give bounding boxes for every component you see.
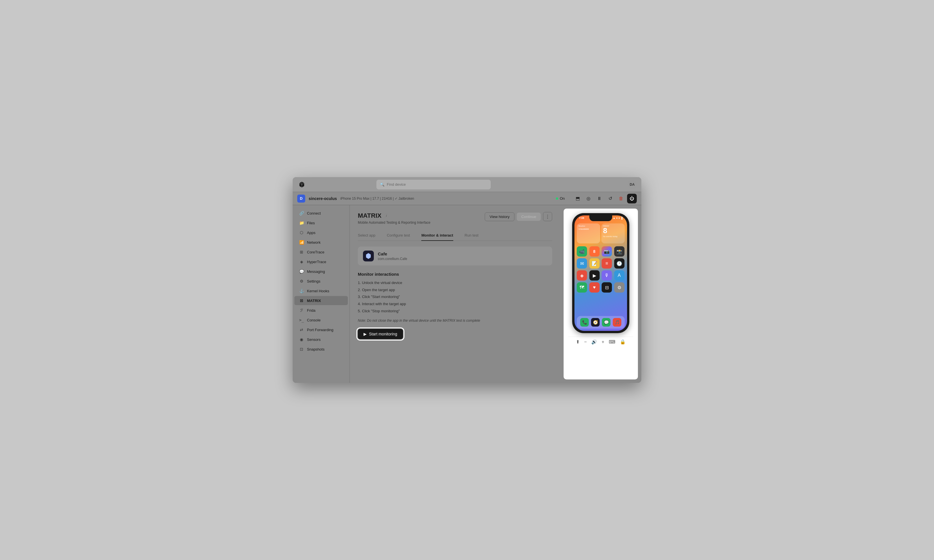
app-notes[interactable]: 📝	[589, 258, 600, 269]
monitor-step-1: 1. Unlock the virtual device	[358, 279, 552, 286]
device-name: sincere-oculus	[309, 196, 337, 201]
app-tv[interactable]: ▶	[589, 270, 600, 281]
monitor-step-4: 4. Interact with the target app	[358, 301, 552, 308]
page-subtitle: Mobile Automated Testing & Reporting Int…	[358, 221, 431, 225]
device-icon: D	[297, 195, 305, 203]
phone-dock: 📞 🧭 💬 🎵	[577, 316, 625, 329]
dock-music[interactable]: 🎵	[613, 318, 621, 326]
frida-icon: ℱ	[299, 308, 304, 312]
pause-icon[interactable]: ⏸	[594, 194, 604, 203]
network-icon: 📶	[299, 240, 304, 245]
step-configure-test[interactable]: Configure test	[387, 230, 410, 241]
console-icon: >_	[299, 318, 304, 322]
continue-button: Continue	[517, 212, 541, 221]
sensors-icon: ◉	[299, 337, 304, 342]
play-icon: ▶	[363, 332, 367, 336]
search-bar[interactable]: 🔍 Find device	[376, 180, 491, 189]
app-podcasts[interactable]: 🎙	[602, 270, 612, 281]
volume-icon[interactable]: 🔊	[591, 339, 597, 345]
phone-notch	[589, 215, 612, 221]
phone-screen: 7:08 ▲ ● ● ▐ Weather Unavailable FRIDAY …	[574, 215, 627, 331]
app-grid: 📹 8 📷 📸 ✉ 📝 ≡ 🕐 ◈ ▶ 🎙 A 🗺 ♥	[574, 246, 627, 317]
kernel-hooks-icon: ⚓	[299, 289, 304, 293]
app-calendar[interactable]: 8	[589, 246, 600, 257]
keyboard-icon[interactable]: ⌨	[609, 339, 615, 345]
dock-safari[interactable]: 🧭	[591, 318, 600, 326]
settings-icon: ⚙	[299, 279, 304, 283]
lock-icon[interactable]: 🔒	[620, 339, 626, 345]
sidebar-item-coretrace[interactable]: ⊞ CoreTrace	[294, 248, 348, 257]
app-appstore[interactable]: A	[614, 270, 625, 281]
avatar: DA	[628, 180, 637, 189]
main-layout: 🔗 Connect 📁 Files ⬡ Apps 📶 Network ⊞ Cor…	[293, 205, 641, 383]
monitor-step-3: 3. Click "Start monitoring"	[358, 294, 552, 301]
app-camera[interactable]: 📸	[614, 246, 625, 257]
sidebar-item-console[interactable]: >_ Console	[294, 315, 348, 325]
sidebar-item-files[interactable]: 📁 Files	[294, 218, 348, 228]
app-reminders[interactable]: ≡	[602, 258, 612, 269]
power-button[interactable]: ⏻	[627, 194, 637, 203]
app-logo-icon	[363, 251, 374, 262]
dock-phone[interactable]: 📞	[580, 318, 589, 326]
dock-messages[interactable]: 💬	[602, 318, 611, 326]
app-news[interactable]: ◈	[577, 270, 587, 281]
device-meta: iPhone 15 Pro Max | 17.7 | 21H16 | ✓ Jai…	[340, 197, 414, 201]
monitor-steps: 1. Unlock the virtual device 2. Open the…	[358, 279, 552, 315]
app-maps[interactable]: 🗺	[577, 282, 587, 292]
sidebar-item-sensors[interactable]: ◉ Sensors	[294, 335, 348, 344]
tag-icon[interactable]: ◎	[583, 194, 593, 203]
monitor-note: Note: Do not close the app in the virtua…	[358, 318, 552, 323]
volume-down-icon[interactable]: −	[584, 339, 587, 345]
search-placeholder: Find device	[387, 182, 406, 186]
sidebar-item-settings[interactable]: ⚙ Settings	[294, 277, 348, 286]
page-title: MATRIX i	[358, 212, 431, 219]
more-button[interactable]: ⋮	[543, 212, 552, 221]
app-mail[interactable]: ✉	[577, 258, 587, 269]
app-health[interactable]: ♥	[589, 282, 600, 292]
start-monitoring-button[interactable]: ▶ Start monitoring	[358, 329, 403, 339]
hypertrace-icon: ◈	[299, 259, 304, 264]
sidebar-item-kernel-hooks[interactable]: ⚓ Kernel Hooks	[294, 286, 348, 295]
sidebar: 🔗 Connect 📁 Files ⬡ Apps 📶 Network ⊞ Cor…	[293, 205, 350, 383]
sidebar-item-frida[interactable]: ℱ Frida	[294, 306, 348, 315]
step-run-test[interactable]: Run test	[465, 230, 479, 241]
monitor-title: Monitor interactions	[358, 272, 552, 277]
header-actions: View history Continue ⋮	[485, 212, 552, 221]
app-logo	[297, 180, 306, 189]
app-card: Cafe com.corellium.Cafe	[358, 246, 552, 265]
home-widgets: Weather Unavailable FRIDAY 8 No events t…	[574, 223, 627, 243]
info-icon[interactable]: i	[384, 213, 389, 218]
sidebar-item-network[interactable]: 📶 Network	[294, 238, 348, 247]
apps-icon: ⬡	[299, 230, 304, 235]
sidebar-item-apps[interactable]: ⬡ Apps	[294, 228, 348, 237]
app-photos[interactable]: 📷	[602, 246, 612, 257]
open-icon[interactable]: ⬒	[573, 194, 582, 203]
sidebar-item-hypertrace[interactable]: ◈ HyperTrace	[294, 257, 348, 266]
sidebar-item-port-forwarding[interactable]: ⇄ Port Forwarding	[294, 325, 348, 334]
sidebar-item-connect[interactable]: 🔗 Connect	[294, 209, 348, 218]
refresh-icon[interactable]: ↺	[605, 194, 615, 203]
step-select-app[interactable]: Select app	[358, 230, 375, 241]
titlebar: 🔍 Find device DA	[293, 177, 641, 192]
phone-controls: ⬆ − 🔊 + ⌨ 🔒	[568, 337, 633, 345]
content-area: MATRIX i Mobile Automated Testing & Repo…	[350, 205, 560, 383]
app-name: Cafe	[378, 251, 407, 256]
step-monitor-interact[interactable]: Monitor & interact	[421, 230, 453, 241]
weather-widget: Weather Unavailable	[577, 223, 600, 243]
delete-icon[interactable]: 🗑	[616, 194, 626, 203]
snapshots-icon: ⊡	[299, 347, 304, 351]
sidebar-item-messaging[interactable]: 💬 Messaging	[294, 267, 348, 276]
app-wallet[interactable]: ⊟	[602, 282, 612, 292]
volume-up-icon[interactable]: +	[602, 339, 604, 345]
messaging-icon: 💬	[299, 269, 304, 274]
app-settings[interactable]: ⚙	[614, 282, 625, 292]
screenshot-icon[interactable]: ⬆	[576, 339, 580, 345]
toolbar-icons: ⬒ ◎ ⏸ ↺ 🗑 ⏻	[573, 194, 637, 203]
main-window: 🔍 Find device DA D sincere-oculus iPhone…	[293, 177, 641, 383]
app-facetime[interactable]: 📹	[577, 246, 587, 257]
sidebar-item-snapshots[interactable]: ⊡ Snapshots	[294, 345, 348, 354]
sidebar-item-matrix[interactable]: ⊠ MATRIX	[294, 296, 348, 305]
app-bundle: com.corellium.Cafe	[378, 257, 407, 261]
app-clock[interactable]: 🕐	[614, 258, 625, 269]
view-history-button[interactable]: View history	[485, 212, 514, 221]
